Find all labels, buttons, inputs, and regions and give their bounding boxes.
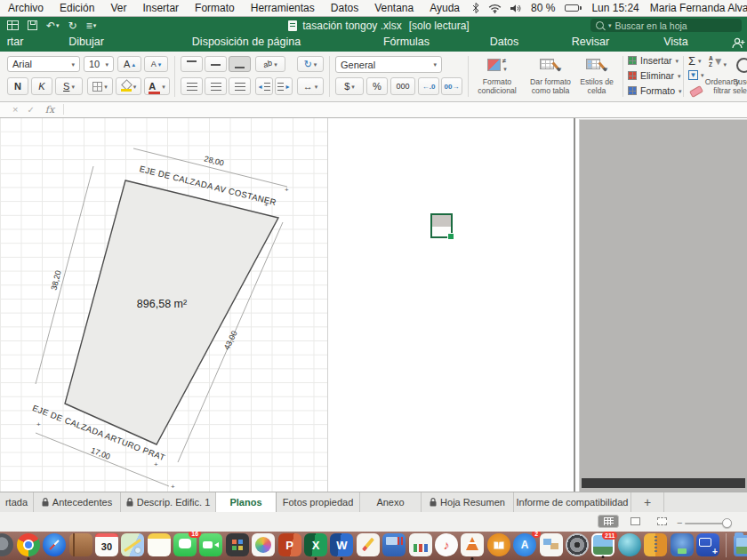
wifi-icon[interactable] [488, 4, 502, 13]
delete-cells-button[interactable]: Eliminar▾ [628, 70, 680, 81]
add-sheet-button[interactable]: + [631, 492, 664, 512]
id-card-app-icon[interactable]: + [696, 533, 719, 556]
sheet-tab-antecedentes[interactable]: Antecedentes [34, 492, 121, 512]
photos-icon[interactable] [252, 533, 275, 556]
sheet-tab-anexo[interactable]: Anexo [360, 492, 422, 512]
merge-cells-button[interactable]: ↔ ▾ [297, 77, 324, 95]
number-format-select[interactable]: General▾ [335, 56, 442, 73]
sphere-app-icon[interactable] [618, 533, 641, 556]
vlc-icon[interactable] [461, 533, 484, 556]
tab-vista[interactable]: Vista [663, 36, 688, 48]
save-icon[interactable] [28, 20, 37, 30]
orientation-button[interactable]: ab ▾ [255, 56, 285, 72]
sheet-tab-portada[interactable]: rtada [0, 492, 34, 512]
increase-font-button[interactable]: A▴ [117, 56, 141, 72]
tab-insertar-partial[interactable]: rtar [7, 36, 24, 48]
sheet-tab-hoja-resumen[interactable]: Hoja Resumen [422, 492, 514, 512]
menu-ayuda[interactable]: Ayuda [422, 2, 468, 14]
fill-color-button[interactable]: ▾ [116, 77, 141, 95]
tab-datos[interactable]: Datos [490, 36, 519, 48]
app-store-icon[interactable]: A2 [513, 533, 536, 556]
autosum-button[interactable]: Σ ▾ [688, 54, 702, 68]
align-middle-button[interactable] [205, 56, 227, 72]
cell-styles-button[interactable]: ▾ [578, 59, 615, 72]
zoom-slider-knob[interactable] [722, 518, 732, 528]
page-break-view-button[interactable] [651, 515, 672, 528]
safari-icon[interactable] [43, 533, 66, 556]
sheet-view-icon[interactable] [7, 20, 19, 30]
tab-revisar[interactable]: Revisar [572, 36, 609, 48]
sheet-tab-descrip-edific[interactable]: Descrip. Edific. 1 [121, 492, 216, 512]
sheet-tab-informe-compatibilidad[interactable]: Informe de compatibilidad [514, 492, 631, 512]
thousands-button[interactable]: 000 [390, 77, 415, 95]
decrease-decimal-button[interactable]: 00→ [441, 77, 462, 95]
selected-image-placeholder[interactable] [430, 213, 453, 238]
align-right-button[interactable] [229, 77, 251, 95]
menu-clock[interactable]: Lun 15:24 [586, 2, 644, 14]
calendar-icon[interactable]: 30 [95, 533, 118, 556]
increase-decimal-button[interactable]: ←.0 [418, 77, 439, 95]
facetime-icon[interactable] [199, 533, 222, 556]
font-name-select[interactable]: Arial▾ [7, 56, 80, 72]
wrap-text-button[interactable]: ↻ ▾ [297, 56, 324, 72]
notes-icon[interactable] [148, 533, 171, 556]
menu-edicion[interactable]: Edición [52, 2, 102, 14]
format-cells-button[interactable]: Formato▾ [628, 85, 682, 96]
currency-button[interactable]: $▾ [335, 77, 364, 95]
menu-ver[interactable]: Ver [102, 2, 134, 14]
maps-icon[interactable] [121, 533, 144, 556]
font-color-button[interactable]: A ▾ [144, 77, 170, 95]
menu-ventana[interactable]: Ventana [366, 2, 422, 14]
tab-dibujar[interactable]: Dibujar [68, 36, 104, 48]
volume-icon[interactable] [510, 4, 521, 13]
menu-formato[interactable]: Formato [187, 2, 243, 14]
excel-icon[interactable]: X [304, 533, 327, 556]
messages-icon[interactable]: 16 [173, 533, 197, 556]
zoom-out-icon[interactable]: − [677, 517, 682, 528]
menu-user[interactable]: Maria Fernanda Alvarez Corral [645, 2, 747, 14]
search-scope-caret-icon[interactable]: ▾ [608, 22, 612, 29]
sort-filter-button[interactable]: AZ ▼ ▾ [709, 56, 727, 68]
percent-button[interactable]: % [366, 77, 388, 95]
insert-function-icon[interactable]: fx [45, 104, 54, 116]
fill-down-button[interactable]: ▼ ▾ [688, 70, 704, 80]
normal-view-button[interactable] [598, 515, 619, 528]
align-top-button[interactable] [181, 56, 203, 72]
photo-booth-icon[interactable] [226, 533, 249, 556]
sheet-canvas[interactable]: 28,00 EJE DE CALZADA AV COSTANER 38,20 4… [0, 117, 747, 492]
align-bottom-button[interactable] [229, 56, 251, 72]
conditional-format-button[interactable]: ≠ ▾ [472, 59, 522, 72]
system-preferences-icon[interactable] [566, 533, 589, 556]
tab-disposicion[interactable]: Disposición de página [192, 36, 301, 48]
network-app-icon[interactable] [671, 533, 694, 556]
clear-button[interactable] [690, 88, 703, 95]
launchpad-icon[interactable] [0, 533, 13, 556]
format-as-table-button[interactable]: ▾ [530, 59, 571, 72]
insert-cells-button[interactable]: Insertar▾ [628, 55, 679, 66]
font-size-select[interactable]: 10▾ [84, 56, 114, 72]
undo-icon[interactable]: ↶▾ [46, 20, 60, 31]
background-window[interactable] [579, 119, 747, 492]
parcel-drawing[interactable]: 28,00 EJE DE CALZADA AV COSTANER 38,20 4… [0, 117, 356, 492]
sheet-tab-planos[interactable]: Planos [216, 492, 277, 512]
decrease-indent-button[interactable]: ◂ [255, 77, 273, 95]
borders-button[interactable]: ▾ [87, 77, 113, 95]
redo-icon[interactable]: ↻ [68, 20, 77, 31]
toolbar-options-icon[interactable]: ≡▾ [86, 20, 97, 31]
menu-datos[interactable]: Datos [323, 2, 366, 14]
parcel-polygon[interactable] [65, 180, 278, 444]
cancel-icon[interactable]: × [12, 104, 18, 115]
remote-desktop-icon[interactable] [382, 533, 406, 556]
align-center-button[interactable] [205, 77, 227, 95]
formula-input[interactable] [64, 101, 747, 117]
find-select-button[interactable] [736, 58, 747, 73]
tab-formulas[interactable]: Fórmulas [383, 36, 430, 48]
search-input[interactable]: ▾ Buscar en la hoja [590, 19, 742, 32]
powerpoint-icon[interactable]: P [278, 533, 301, 556]
align-left-button[interactable] [181, 77, 203, 95]
resize-handle[interactable] [447, 233, 454, 240]
underline-button[interactable]: S▾ [55, 77, 83, 95]
photo-viewer-icon[interactable]: 211 [591, 533, 614, 556]
bluetooth-icon[interactable] [472, 3, 479, 13]
books-icon[interactable] [487, 533, 510, 556]
